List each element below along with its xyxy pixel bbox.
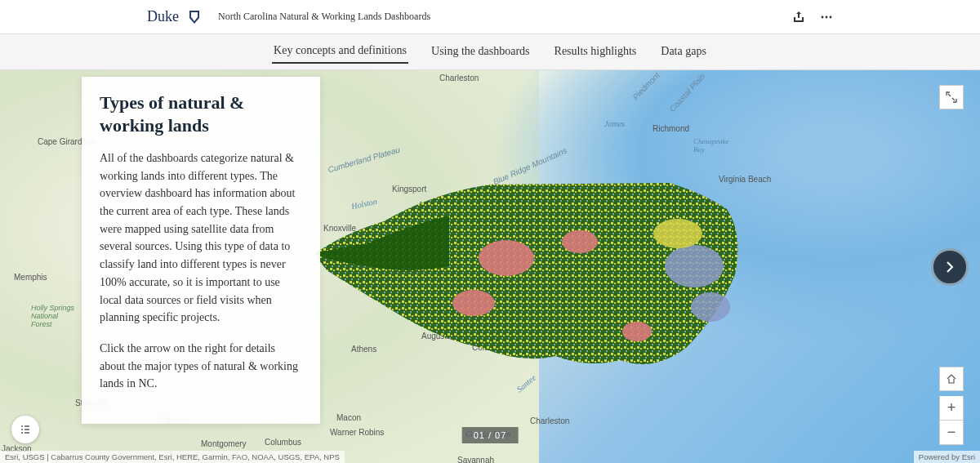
map-area[interactable]: Cape Girardeau Memphis Holly Springs Nat… bbox=[0, 70, 980, 463]
svg-point-1 bbox=[826, 16, 828, 18]
svg-point-9 bbox=[562, 230, 598, 253]
legend-button[interactable] bbox=[11, 416, 39, 443]
panel-paragraph-2: Click the arrow on the right for details… bbox=[100, 340, 302, 393]
home-icon bbox=[946, 373, 957, 385]
page-sep: / bbox=[485, 430, 495, 440]
more-icon[interactable] bbox=[820, 11, 833, 24]
page-current: 01 bbox=[474, 430, 485, 440]
tab-data-gaps[interactable]: Data gaps bbox=[659, 42, 708, 63]
share-icon[interactable] bbox=[792, 11, 805, 24]
shield-icon bbox=[189, 10, 200, 24]
svg-point-12 bbox=[691, 292, 730, 322]
svg-point-2 bbox=[830, 16, 832, 18]
duke-logo: Duke bbox=[147, 8, 179, 25]
next-slide-button[interactable] bbox=[931, 248, 969, 286]
zoom-controls: + − bbox=[939, 367, 964, 445]
expand-button[interactable] bbox=[939, 85, 964, 109]
zoom-in-button[interactable]: + bbox=[939, 396, 964, 421]
header-actions bbox=[792, 11, 833, 24]
svg-point-10 bbox=[622, 322, 652, 341]
logo-area: Duke North Carolina Natural & Working La… bbox=[147, 8, 430, 25]
tab-key-concepts[interactable]: Key concepts and definitions bbox=[272, 41, 408, 64]
svg-point-7 bbox=[479, 240, 534, 276]
chevron-right-icon bbox=[943, 260, 956, 274]
info-panel: Types of natural & working lands All of … bbox=[82, 77, 320, 424]
home-button[interactable] bbox=[939, 367, 964, 391]
svg-point-13 bbox=[653, 219, 702, 248]
logo-main-text: Duke bbox=[147, 8, 179, 25]
powered-by: Powered by Esri bbox=[914, 451, 980, 463]
tab-bar: Key concepts and definitions Using the d… bbox=[0, 34, 980, 70]
top-header: Duke North Carolina Natural & Working La… bbox=[0, 0, 980, 34]
panel-body: All of the dashboards categorize natural… bbox=[100, 149, 302, 393]
page-total: 07 bbox=[495, 430, 506, 440]
tab-results-highlights[interactable]: Results highlights bbox=[553, 42, 639, 63]
page-indicator: 01 / 07 bbox=[462, 427, 519, 443]
nc-landcover-overlay bbox=[310, 176, 751, 405]
svg-point-8 bbox=[452, 290, 495, 316]
tab-using-dashboards[interactable]: Using the dashboards bbox=[430, 42, 532, 63]
svg-point-11 bbox=[665, 245, 724, 287]
header-title: North Carolina Natural & Working Lands D… bbox=[218, 11, 430, 23]
zoom-out-button[interactable]: − bbox=[939, 421, 964, 445]
svg-point-0 bbox=[822, 16, 824, 18]
panel-title: Types of natural & working lands bbox=[100, 91, 302, 136]
legend-icon bbox=[19, 423, 32, 436]
expand-icon bbox=[946, 91, 957, 103]
panel-paragraph-1: All of the dashboards categorize natural… bbox=[100, 149, 302, 327]
map-attribution: Esri, USGS | Cabarrus County Government,… bbox=[0, 451, 345, 463]
